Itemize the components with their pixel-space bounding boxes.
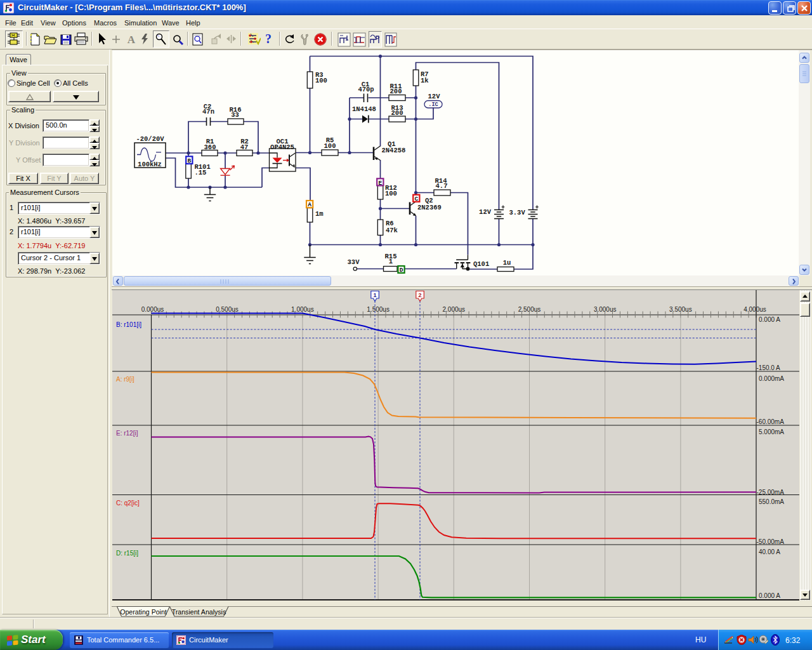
svg-text:D: r15[i]: D: r15[i] [116,550,138,557]
svg-text:3.3V: 3.3V [509,209,526,216]
svg-text:0.000 A: 0.000 A [759,316,780,323]
svg-text:B: r101[i]: B: r101[i] [116,321,141,328]
svg-text:-25.00mA: -25.00mA [757,489,785,496]
svg-text:100: 100 [324,142,336,150]
svg-text:1N4148: 1N4148 [352,105,376,113]
svg-text:47k: 47k [386,227,398,234]
svg-text:E: r12[i]: E: r12[i] [116,430,138,437]
svg-text:Q101: Q101 [473,260,489,268]
svg-text:A: A [128,34,136,44]
svg-text:-50.00mA: -50.00mA [757,538,785,545]
svg-text:1m: 1m [315,210,324,218]
svg-text:.IC: .IC [428,102,438,108]
svg-text:33V: 33V [348,258,360,266]
svg-text:.15: .15 [195,169,207,176]
svg-text:550.0mA: 550.0mA [759,498,784,505]
svg-text:5.000mA: 5.000mA [759,428,784,435]
svg-text:-150.0 A: -150.0 A [757,364,781,371]
svg-text:Transient Analysis: Transient Analysis [172,608,226,616]
svg-text:Q2: Q2 [425,197,433,204]
svg-text:2N4258: 2N4258 [382,147,406,154]
svg-text:1: 1 [389,258,393,265]
svg-text:200: 200 [391,109,403,117]
svg-text:0.000mA: 0.000mA [759,375,784,382]
svg-text:100kHz: 100kHz [138,161,162,168]
svg-text:360: 360 [204,143,216,151]
svg-text:1: 1 [373,292,376,298]
svg-text:47: 47 [240,143,249,151]
svg-text:-60.00mA: -60.00mA [757,418,785,425]
svg-text:100: 100 [315,77,327,84]
svg-text:1k: 1k [421,77,429,84]
svg-text:C: C [414,196,418,202]
svg-text:470p: 470p [358,86,374,93]
svg-text:4.7: 4.7 [436,182,448,190]
svg-text:B: B [187,157,191,164]
svg-text:1u: 1u [503,259,511,267]
svg-text:OP4N25: OP4N25 [270,143,294,151]
svg-text:33: 33 [231,111,239,119]
svg-text:0.000us: 0.000us [141,306,164,313]
svg-text:E: E [378,180,382,187]
svg-text:D: D [400,267,403,274]
svg-text:-20/20V: -20/20V [136,135,164,143]
svg-text:0.000 A: 0.000 A [759,592,780,599]
svg-text:100: 100 [385,190,397,197]
svg-text:4.000us: 4.000us [743,306,766,313]
svg-text:?: ? [265,32,272,46]
svg-text:2: 2 [418,292,421,298]
svg-text:C: q2[ic]: C: q2[ic] [116,500,140,507]
svg-text:A: r9[i]: A: r9[i] [116,376,134,383]
svg-text:40.00 A: 40.00 A [759,548,780,555]
svg-text:12V: 12V [428,93,441,100]
svg-text:A: A [308,201,311,208]
svg-text:12V: 12V [479,208,492,216]
svg-text:47n: 47n [202,108,214,116]
svg-text:2N2369: 2N2369 [417,204,442,211]
svg-text:200: 200 [390,88,402,95]
svg-text:Operating Point: Operating Point [120,608,167,616]
